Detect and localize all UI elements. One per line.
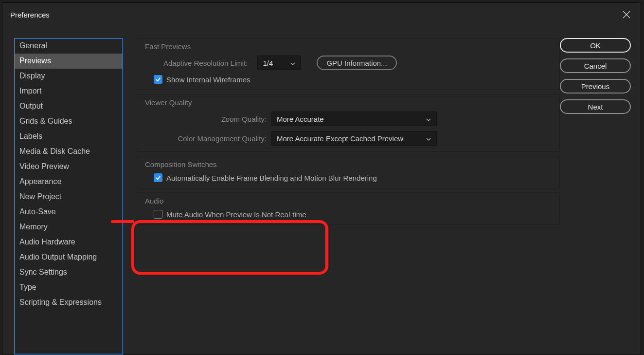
sidebar-item-label: Media & Disk Cache	[19, 147, 90, 155]
mute-audio-realtime-label: Mute Audio When Preview Is Not Real-time	[166, 210, 306, 219]
close-button[interactable]	[621, 9, 632, 20]
sidebar-item-label: Previews	[19, 56, 51, 65]
sidebar-item-media-disk-cache[interactable]: Media & Disk Cache	[15, 144, 123, 159]
sidebar-item-label: Video Preview	[19, 162, 69, 170]
gpu-information-button[interactable]: GPU Information...	[317, 56, 396, 70]
sidebar-item-display[interactable]: Display	[15, 69, 123, 84]
adaptive-resolution-select[interactable]: 1/4	[257, 56, 301, 70]
cancel-button[interactable]: Cancel	[560, 58, 631, 73]
sidebar-item-general[interactable]: General	[15, 38, 123, 54]
dialog-body: General Previews Display Import Output G…	[2, 26, 641, 355]
sidebar-item-audio-output-mapping[interactable]: Audio Output Mapping	[15, 250, 123, 265]
color-management-quality-select[interactable]: More Accurate Except Cached Preview	[271, 131, 437, 146]
sidebar-item-label: Audio Output Mapping	[19, 253, 97, 261]
titlebar: Preferences	[2, 3, 641, 26]
ok-button[interactable]: OK	[560, 38, 631, 53]
sidebar-item-label: Type	[19, 283, 36, 291]
sidebar-item-label: Appearance	[19, 177, 61, 186]
previous-button[interactable]: Previous	[560, 79, 631, 93]
category-sidebar: General Previews Display Import Output G…	[14, 38, 123, 355]
button-label: Cancel	[584, 62, 607, 70]
auto-frame-blending-label: Automatically Enable Frame Blending and …	[166, 174, 377, 182]
group-title: Viewer Quality	[145, 98, 552, 107]
chevron-down-icon	[426, 116, 431, 122]
sidebar-item-import[interactable]: Import	[15, 84, 123, 99]
sidebar-item-sync-settings[interactable]: Sync Settings	[15, 265, 123, 280]
sidebar-item-auto-save[interactable]: Auto-Save	[15, 205, 123, 220]
group-fast-previews: Fast Previews Adaptive Resolution Limit:…	[137, 38, 560, 90]
sidebar-item-previews[interactable]: Previews	[15, 54, 123, 69]
sidebar-item-label: Labels	[19, 132, 42, 140]
group-viewer-quality: Viewer Quality Zoom Quality: More Accura…	[137, 94, 560, 152]
content-panel: Fast Previews Adaptive Resolution Limit:…	[123, 38, 560, 355]
sidebar-item-grids-guides[interactable]: Grids & Guides	[15, 114, 123, 129]
close-icon	[622, 10, 631, 19]
button-label: Next	[588, 103, 603, 111]
window-title: Preferences	[10, 11, 50, 19]
preferences-dialog: Preferences General Previews Display Imp…	[2, 2, 641, 355]
sidebar-item-label: Import	[19, 87, 41, 95]
select-value: More Accurate Except Cached Preview	[277, 134, 403, 143]
dialog-button-column: OK Cancel Previous Next	[560, 38, 631, 355]
zoom-quality-select[interactable]: More Accurate	[271, 112, 437, 126]
adaptive-resolution-label: Adaptive Resolution Limit:	[163, 59, 252, 67]
mute-audio-realtime-checkbox[interactable]	[154, 210, 162, 219]
group-composition-switches: Composition Switches Automatically Enabl…	[137, 156, 560, 188]
select-value: 1/4	[263, 59, 273, 67]
sidebar-item-memory[interactable]: Memory	[15, 220, 123, 235]
button-label: Previous	[581, 82, 609, 91]
sidebar-item-label: Sync Settings	[19, 268, 67, 276]
check-icon	[155, 175, 161, 181]
check-icon	[155, 76, 161, 82]
sidebar-item-label: Scripting & Expressions	[19, 298, 102, 306]
color-management-quality-label: Color Management Quality:	[145, 134, 271, 143]
sidebar-item-audio-hardware[interactable]: Audio Hardware	[15, 235, 123, 250]
sidebar-item-label: Audio Hardware	[19, 238, 75, 246]
sidebar-item-labels[interactable]: Labels	[15, 129, 123, 144]
sidebar-item-label: Output	[19, 102, 43, 110]
group-title: Composition Switches	[145, 160, 552, 168]
sidebar-item-label: Memory	[19, 223, 48, 231]
sidebar-item-new-project[interactable]: New Project	[15, 189, 123, 205]
sidebar-item-label: General	[19, 41, 47, 50]
chevron-down-icon	[426, 135, 431, 141]
group-title: Audio	[145, 197, 552, 205]
sidebar-item-appearance[interactable]: Appearance	[15, 174, 123, 189]
show-internal-wireframes-checkbox[interactable]	[154, 75, 162, 84]
button-label: OK	[590, 41, 601, 50]
show-internal-wireframes-label: Show Internal Wireframes	[166, 75, 250, 84]
sidebar-item-video-preview[interactable]: Video Preview	[15, 159, 123, 174]
sidebar-item-label: Display	[19, 72, 45, 80]
group-audio: Audio Mute Audio When Preview Is Not Rea…	[137, 192, 560, 225]
next-button[interactable]: Next	[560, 99, 631, 114]
sidebar-item-scripting-expressions[interactable]: Scripting & Expressions	[15, 295, 123, 310]
zoom-quality-label: Zoom Quality:	[145, 115, 271, 123]
auto-frame-blending-checkbox[interactable]	[154, 173, 162, 182]
button-label: GPU Information...	[326, 59, 387, 67]
sidebar-item-label: Grids & Guides	[19, 117, 72, 125]
chevron-down-icon	[290, 60, 296, 66]
group-title: Fast Previews	[145, 42, 552, 51]
sidebar-item-output[interactable]: Output	[15, 99, 123, 114]
sidebar-item-label: Auto-Save	[19, 207, 56, 216]
select-value: More Accurate	[277, 115, 324, 123]
sidebar-item-label: New Project	[19, 192, 61, 201]
sidebar-item-type[interactable]: Type	[15, 280, 123, 295]
